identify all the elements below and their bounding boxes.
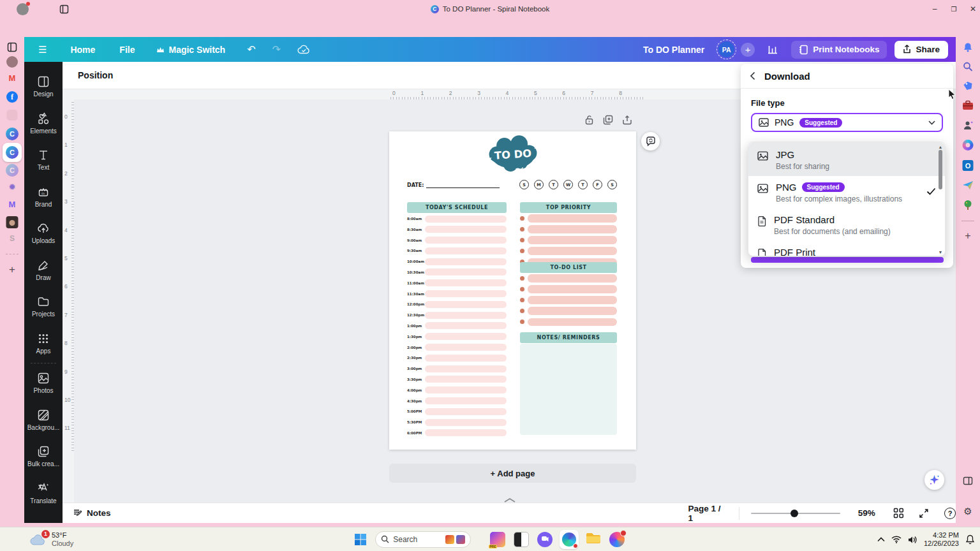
- drop-plane-icon[interactable]: [962, 180, 974, 190]
- settings-gear-icon[interactable]: ⚙: [963, 506, 972, 517]
- volume-icon[interactable]: [908, 536, 917, 544]
- sidebar-item-uploads[interactable]: Uploads: [24, 215, 63, 252]
- comment-button[interactable]: [641, 132, 660, 151]
- sidebar-item-apps[interactable]: Apps: [24, 325, 63, 362]
- shopping-icon[interactable]: [963, 80, 974, 91]
- add-page-button[interactable]: + Add page: [389, 464, 636, 483]
- share-button[interactable]: Share: [895, 41, 948, 59]
- tree-icon[interactable]: [963, 200, 973, 210]
- help-button[interactable]: ?: [944, 508, 956, 519]
- tab-canva-2[interactable]: C: [6, 164, 19, 177]
- lock-icon[interactable]: [584, 115, 594, 125]
- screen: C To DO Planner - Spiral Notebook – ❐ ✕ …: [0, 0, 980, 551]
- user-avatar[interactable]: PA: [718, 41, 734, 57]
- zoom-slider-knob[interactable]: [791, 510, 798, 517]
- redo-icon[interactable]: ↷: [272, 43, 281, 55]
- minimize-button[interactable]: –: [930, 4, 939, 13]
- sidebar-search-icon[interactable]: [963, 61, 974, 72]
- toolbox-icon[interactable]: [962, 100, 974, 110]
- app-premiere[interactable]: PRE: [490, 532, 505, 547]
- sidebar-toggle-icon[interactable]: [963, 476, 973, 486]
- duplicate-page-icon[interactable]: [603, 115, 613, 125]
- tab-faded-s[interactable]: S: [10, 234, 15, 243]
- weather-widget[interactable]: 1 53°F Cloudy: [29, 531, 73, 548]
- tab-facebook[interactable]: f: [6, 91, 18, 103]
- tab-m-purple[interactable]: M: [9, 200, 16, 209]
- schedule-row: 11:00am: [407, 279, 507, 287]
- design-title[interactable]: To DO Planner: [643, 45, 704, 55]
- zoom-slider[interactable]: [751, 509, 839, 518]
- sidebar-item-background[interactable]: Backgrou...: [24, 402, 63, 439]
- scrollbar-thumb[interactable]: [939, 150, 942, 189]
- wifi-icon[interactable]: [891, 536, 902, 543]
- magic-switch-button[interactable]: Magic Switch: [150, 41, 232, 59]
- tab-person-photo[interactable]: [6, 216, 19, 228]
- app-messenger[interactable]: [609, 532, 625, 547]
- sidebar-item-bulk-create[interactable]: Bulk crea...: [24, 438, 63, 475]
- app-file-explorer[interactable]: [586, 532, 601, 547]
- option-pdf-standard[interactable]: PDF StandardBest for documents (and emai…: [748, 209, 945, 241]
- schedule-row: 12:30pm: [407, 311, 507, 319]
- undo-icon[interactable]: ↶: [247, 43, 255, 55]
- checkmark-icon: [926, 187, 936, 195]
- app-edge-active[interactable]: [560, 530, 579, 549]
- tray-clock[interactable]: 4:32 PM 12/26/2023: [924, 531, 959, 548]
- sidebar-item-elements[interactable]: Elements: [24, 105, 63, 142]
- start-button[interactable]: [354, 533, 367, 546]
- text-icon: [37, 149, 50, 161]
- home-menu-button[interactable]: Home: [64, 41, 101, 59]
- close-button[interactable]: ✕: [969, 4, 977, 13]
- sidebar-item-draw[interactable]: Draw: [24, 252, 63, 289]
- games-person-icon[interactable]: ✦: [963, 120, 974, 131]
- tab-sun[interactable]: ✹: [8, 182, 16, 192]
- sidebar-item-text[interactable]: Text: [24, 142, 63, 179]
- insights-chart-icon[interactable]: [768, 45, 778, 54]
- file-menu-button[interactable]: File: [113, 41, 141, 59]
- back-chevron-icon[interactable]: [750, 71, 755, 80]
- taskbar-search[interactable]: Search: [375, 531, 471, 548]
- option-jpg[interactable]: JPGBest for sharing: [748, 142, 945, 176]
- zoom-percent[interactable]: 59%: [858, 508, 875, 518]
- sidebar-item-design[interactable]: Design: [24, 68, 63, 105]
- tab-gmail[interactable]: M: [9, 73, 16, 83]
- sidebar-item-brand[interactable]: co. Brand: [24, 179, 63, 216]
- notes-button[interactable]: Notes: [73, 508, 111, 518]
- app-desktop[interactable]: [514, 532, 529, 547]
- option-pdf-print[interactable]: PDF Print: [748, 241, 945, 256]
- app-chat[interactable]: [537, 532, 553, 547]
- sidebar-item-photos[interactable]: Photos: [24, 365, 63, 402]
- sidebar-item-translate[interactable]: Translate: [24, 475, 63, 512]
- microsoft365-icon[interactable]: [963, 140, 974, 151]
- fullscreen-icon[interactable]: [919, 508, 929, 518]
- canva-toolbar: ☰ Home File Magic Switch ↶ ↷ To DO Plann…: [24, 37, 956, 62]
- export-page-icon[interactable]: [622, 115, 632, 125]
- position-button[interactable]: Position: [71, 66, 119, 85]
- sidebar-add-button[interactable]: +: [965, 230, 970, 242]
- add-member-button[interactable]: +: [741, 43, 755, 57]
- tab-canva-active[interactable]: C: [3, 143, 22, 162]
- file-type-select[interactable]: PNG Suggested: [751, 113, 943, 132]
- hamburger-menu-icon[interactable]: ☰: [38, 44, 47, 55]
- tray-bell-icon[interactable]: [965, 534, 975, 545]
- browser-tab[interactable]: C To DO Planner - Spiral Notebook: [0, 0, 980, 18]
- restore-button[interactable]: ❐: [949, 6, 958, 13]
- notification-bell-icon[interactable]: [963, 42, 974, 53]
- sidebar-item-projects[interactable]: Projects: [24, 288, 63, 325]
- workspaces-icon[interactable]: [59, 4, 69, 14]
- schedule-row: 10:30am: [407, 268, 507, 276]
- browser-profile-avatar[interactable]: [17, 3, 29, 15]
- option-png[interactable]: PNGSuggested Best for complex images, il…: [748, 176, 945, 209]
- tab-actions-icon[interactable]: [7, 42, 17, 52]
- planner-page[interactable]: TO DO DATE: SMTWTFS TODAY'S SCHEDULE TOP…: [389, 131, 636, 450]
- dropdown-scrollbar[interactable]: ▲ ▼: [938, 145, 943, 254]
- magic-assistant-button[interactable]: [924, 470, 944, 490]
- tray-chevron-icon[interactable]: [877, 537, 885, 542]
- grid-view-icon[interactable]: [893, 508, 904, 518]
- tab-faded[interactable]: [7, 110, 18, 121]
- tab-profile-avatar[interactable]: [6, 56, 18, 68]
- new-tab-button[interactable]: +: [9, 263, 15, 276]
- print-notebooks-button[interactable]: Print Notebooks: [791, 41, 887, 59]
- download-button-strip[interactable]: [751, 257, 944, 263]
- outlook-icon[interactable]: O: [963, 160, 974, 171]
- tab-canva-1[interactable]: C: [6, 128, 19, 140]
